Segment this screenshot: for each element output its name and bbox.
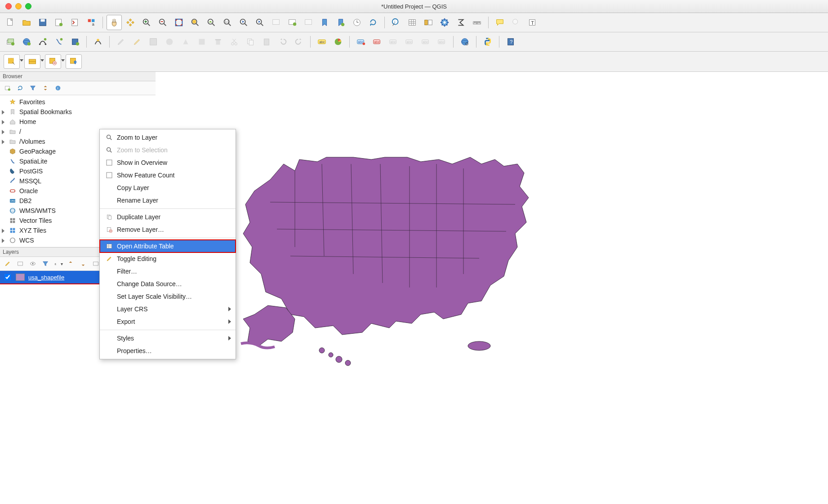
processing-toolbox-button[interactable] [437,15,452,30]
style-manager-button[interactable]: a [84,15,99,30]
menu-change-data-source-[interactable]: Change Data Source… [100,278,236,290]
zoom-last-button[interactable] [236,15,251,30]
toggle-editing-yellow-button[interactable] [129,34,145,49]
expand-arrow-icon[interactable] [2,140,6,144]
filter-by-expression-button[interactable] [40,259,50,269]
map-canvas[interactable] [156,72,828,502]
save-project-button[interactable] [35,15,50,30]
window-zoom-button[interactable] [25,3,31,9]
change-label-button[interactable]: abc [434,34,450,49]
zoom-to-layer-button[interactable] [204,15,219,30]
new-shapefile-button[interactable] [35,34,50,49]
deselect-all-button[interactable] [45,54,61,69]
expand-arrow-icon[interactable] [2,130,6,134]
zoom-out-button[interactable] [155,15,170,30]
show-hide-labels-button[interactable]: abc [386,34,401,49]
add-group-button[interactable] [15,259,25,269]
map-tips-button[interactable] [492,15,507,30]
menu-export[interactable]: Export [100,315,236,328]
new-annotation-button[interactable] [508,15,524,30]
statistics-button[interactable] [453,15,468,30]
toggle-editing-button[interactable] [113,34,129,49]
spatial-bookmarks-new-button[interactable] [333,15,348,30]
menu-copy-layer[interactable]: Copy Layer [100,181,236,194]
new-temporary-layer-button[interactable] [67,34,83,49]
expand-arrow-icon[interactable] [2,239,6,243]
zoom-to-selection-button[interactable] [187,15,203,30]
move-label-button[interactable]: abc [402,34,417,49]
add-selected-layer-button[interactable] [3,83,13,93]
identify-button[interactable]: i [388,15,404,30]
new-spatial-bookmark-button[interactable] [285,15,300,30]
help-button[interactable]: ? [503,34,518,49]
new-print-layout-button[interactable] [51,15,67,30]
collapse-all-button[interactable] [40,83,50,93]
paste-button[interactable] [259,34,274,49]
menu-show-in-overview[interactable]: Show in Overview [100,156,236,169]
menu-rename-layer[interactable]: Rename Layer [100,194,236,207]
new-geopackage-button[interactable] [19,34,34,49]
highlight-pinned-labels-button[interactable]: abc [353,34,369,49]
menu-show-feature-count[interactable]: Show Feature Count [100,169,236,181]
expand-arrow-icon[interactable] [2,120,6,124]
menu-remove-layer-[interactable]: Remove Layer… [100,223,236,236]
menu-layer-crs[interactable]: Layer CRS [100,303,236,315]
select-by-value-button[interactable] [24,54,40,69]
copy-button[interactable] [243,34,258,49]
python-console-button[interactable] [480,34,495,49]
rotate-label-button[interactable]: abc [418,34,433,49]
text-annotation-button[interactable]: T [525,15,540,30]
menu-toggle-editing[interactable]: Toggle Editing [100,252,236,265]
browser-item-favorites[interactable]: Favorites [0,97,156,107]
new-virtual-layer-button[interactable] [90,34,106,49]
filter-browser-button[interactable] [28,83,38,93]
cut-button[interactable] [227,34,242,49]
menu-open-attribute-table[interactable]: Open Attribute Table [100,240,236,252]
zoom-in-button[interactable] [139,15,154,30]
collapse-all-layers-button[interactable] [78,259,88,269]
layer-labeling-button[interactable]: abc [314,34,329,49]
zoom-next-button[interactable] [252,15,267,30]
filter-by-expression-2-button[interactable]: ε▾ [53,259,63,269]
new-project-button[interactable] [3,15,18,30]
menu-filter-[interactable]: Filter… [100,265,236,278]
menu-set-layer-scale-visibility-[interactable]: Set Layer Scale Visibility… [100,290,236,303]
layer-visibility-checkbox[interactable] [4,274,11,280]
open-layer-styling-button[interactable] [3,259,13,269]
menu-duplicate-layer[interactable]: Duplicate Layer [100,211,236,223]
undo-button[interactable] [275,34,290,49]
modify-attributes-button[interactable] [194,34,209,49]
menu-zoom-to-layer[interactable]: Zoom to Layer [100,131,236,144]
expand-arrow-icon[interactable] [2,110,6,114]
spatial-bookmarks-button[interactable] [317,15,332,30]
enable-properties-button[interactable]: i [53,83,63,93]
browser-item-spatial-bookmarks[interactable]: Spatial Bookmarks [0,107,156,117]
window-minimize-button[interactable] [15,3,22,9]
pan-to-selection-button[interactable] [123,15,138,30]
temporal-controller-button[interactable] [301,15,316,30]
new-map-view-button[interactable] [268,15,284,30]
select-by-location-button[interactable] [66,54,82,69]
add-feature-button[interactable] [162,34,177,49]
zoom-native-button[interactable]: 1:1 [220,15,235,30]
vertex-tool-button[interactable] [178,34,193,49]
pin-label-button[interactable]: abc [369,34,385,49]
redo-button[interactable] [291,34,307,49]
refresh-browser-button[interactable] [15,83,25,93]
window-close-button[interactable] [5,3,12,9]
delete-selected-button[interactable] [210,34,226,49]
pan-button[interactable] [107,15,122,30]
zoom-full-button[interactable] [171,15,187,30]
open-project-button[interactable] [19,15,34,30]
browser-item-home[interactable]: Home [0,117,156,127]
layer-diagram-button[interactable] [330,34,346,49]
open-attribute-table-button[interactable] [405,15,420,30]
menu-properties-[interactable]: Properties… [100,345,236,357]
save-edits-button[interactable] [146,34,161,49]
layout-manager-button[interactable] [67,15,83,30]
refresh-button[interactable] [365,15,381,30]
field-calculator-button[interactable] [421,15,436,30]
temporal-button[interactable] [349,15,365,30]
metasearch-button[interactable] [457,34,472,49]
expand-all-button[interactable] [66,259,76,269]
